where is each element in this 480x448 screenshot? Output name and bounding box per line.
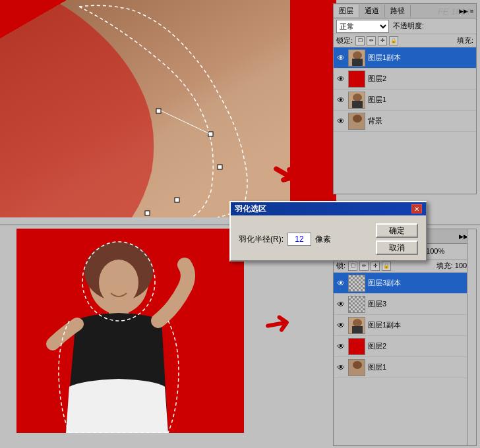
dialog-body: 羽化半径(R): 像素 确定 取消 xyxy=(231,215,426,260)
layer-list-top: 👁 图层1副本 👁 图层2 👁 图层1 xyxy=(334,47,476,132)
layer-name: 图层3副本 xyxy=(368,278,475,288)
layer-thumbnail xyxy=(348,275,365,292)
layer-name: 背景 xyxy=(368,116,475,126)
panel-expand-icon[interactable]: ▶▶ xyxy=(459,8,468,14)
layer-item[interactable]: 👁 图层1 xyxy=(334,357,476,378)
layer-thumbnail xyxy=(348,359,365,376)
tab-layers-top[interactable]: 图层 xyxy=(334,5,359,17)
ok-button[interactable]: 确定 xyxy=(376,223,418,238)
layer-list-bottom: 👁 图层3副本 👁 图层3 👁 图层1副本 xyxy=(334,273,476,378)
layer-visibility-icon[interactable]: 👁 xyxy=(335,277,347,289)
layer-item[interactable]: 👁 图层3 xyxy=(334,294,476,315)
lock-all-icon[interactable]: 🔒 xyxy=(389,36,398,45)
lock-icon-3[interactable]: ✛ xyxy=(371,262,380,271)
layer-thumbnail xyxy=(348,49,365,67)
panel-icons-top: ▶▶ ≡ xyxy=(459,8,476,14)
layer-visibility-icon[interactable]: 👁 xyxy=(335,320,347,331)
layer-visibility-icon[interactable]: 👁 xyxy=(335,298,347,310)
layers-panel-top: 图层 通道 路径 ▶▶ ≡ 正常 不透明度: 锁定: ☐ ✏ ✛ 🔒 填充: xyxy=(333,3,477,194)
radius-input[interactable] xyxy=(287,233,311,246)
layer-item[interactable]: 👁 图层1副本 xyxy=(334,47,476,69)
layer-visibility-icon[interactable]: 👁 xyxy=(335,73,347,85)
svg-rect-8 xyxy=(352,59,363,67)
lock-icon-1[interactable]: ☐ xyxy=(348,262,357,271)
lock-icon-4[interactable]: 🔒 xyxy=(382,262,391,271)
lock-label-top: 锁定: xyxy=(336,36,353,45)
blend-opacity-row-top: 正常 不透明度: xyxy=(334,18,476,34)
panel-menu-icon[interactable]: ≡ xyxy=(470,8,473,14)
layer-thumbnail xyxy=(348,296,365,313)
layer-visibility-icon[interactable]: 👁 xyxy=(335,52,347,64)
fill-label-top: 填充: xyxy=(457,36,473,45)
svg-rect-27 xyxy=(352,326,363,334)
lock-icon-2[interactable]: ✏ xyxy=(359,262,369,271)
layer-name: 图层1副本 xyxy=(368,320,475,330)
layer-visibility-icon[interactable]: 👁 xyxy=(335,115,347,127)
lock-row-top: 锁定: ☐ ✏ ✛ 🔒 填充: xyxy=(334,34,476,47)
lock-row-bottom: 锁: ☐ ✏ ✛ 🔒 填充: 100% xyxy=(334,260,476,273)
lock-icons-top: ☐ ✏ ✛ 🔒 xyxy=(355,36,398,45)
layer-item[interactable]: 👁 图层1副本 xyxy=(334,315,476,336)
layer-name: 图层1 xyxy=(368,362,475,372)
dialog-title: 羽化选区 xyxy=(235,204,266,215)
blend-mode-select-top[interactable]: 正常 xyxy=(336,20,389,33)
layer-visibility-icon[interactable]: 👁 xyxy=(335,362,347,374)
layer-thumbnail xyxy=(348,70,365,88)
layer-thumbnail xyxy=(348,338,365,355)
svg-point-13 xyxy=(353,115,362,123)
dialog-buttons: 确定 取消 xyxy=(376,223,418,255)
svg-point-26 xyxy=(353,319,362,327)
svg-rect-23 xyxy=(349,275,365,292)
layer-item[interactable]: 👁 图层2 xyxy=(334,336,476,357)
bottom-canvas-content xyxy=(16,229,244,433)
layer-name: 图层2 xyxy=(368,74,475,84)
dialog-close-button[interactable]: ✕ xyxy=(411,204,422,213)
lock-transparent-icon[interactable]: ☐ xyxy=(355,36,365,45)
layer-visibility-icon[interactable]: 👁 xyxy=(335,341,347,352)
svg-rect-11 xyxy=(352,101,363,109)
scrollbar[interactable] xyxy=(467,229,476,445)
layer-name: 图层1 xyxy=(368,95,475,105)
tab-paths-top[interactable]: 路径 xyxy=(385,5,411,17)
tab-channels-top[interactable]: 通道 xyxy=(359,5,385,17)
feather-dialog: 羽化选区 ✕ 羽化半径(R): 像素 确定 取消 xyxy=(229,201,427,262)
layer-thumbnail xyxy=(348,317,365,334)
radius-unit: 像素 xyxy=(315,234,331,245)
radius-label: 羽化半径(R): xyxy=(239,234,284,245)
layer-item[interactable]: 👁 图层3副本 xyxy=(334,273,476,294)
layer-name: 图层1副本 xyxy=(368,53,475,63)
svg-rect-24 xyxy=(349,296,365,313)
dialog-radius-row: 羽化半径(R): 像素 确定 取消 xyxy=(239,223,418,255)
opacity-label-top: 不透明度: xyxy=(393,21,424,31)
layer-visibility-icon[interactable]: 👁 xyxy=(335,94,347,106)
lock-label-bottom: 锁: xyxy=(336,261,345,271)
canvas-arrow-bottom: ➜ xyxy=(260,302,294,345)
dialog-titlebar: 羽化选区 ✕ xyxy=(231,202,426,215)
canvas-top: ➜ xyxy=(0,0,336,217)
lock-paint-icon[interactable]: ✏ xyxy=(367,36,376,45)
lock-move-icon[interactable]: ✛ xyxy=(378,36,387,45)
layer-name: 图层3 xyxy=(368,299,475,309)
layer-thumbnail xyxy=(348,92,365,109)
svg-point-29 xyxy=(353,361,362,369)
layer-name: 图层2 xyxy=(368,341,475,351)
layer-item[interactable]: 👁 背景 xyxy=(334,111,476,132)
layer-item[interactable]: 👁 图层1 xyxy=(334,90,476,111)
svg-point-7 xyxy=(353,51,362,59)
cancel-button[interactable]: 取消 xyxy=(376,240,418,255)
svg-point-10 xyxy=(353,94,362,101)
panel-tabs-top: 图层 通道 路径 ▶▶ ≡ xyxy=(334,4,476,18)
layer-thumbnail xyxy=(348,113,365,130)
lock-icons-bottom: ☐ ✏ ✛ 🔒 xyxy=(348,262,391,271)
top-section: ➜ 图层 通道 路径 ▶▶ ≡ 正常 不透明度: 锁定: ☐ ✏ xyxy=(0,0,480,217)
layer-item[interactable]: 👁 图层2 xyxy=(334,69,476,90)
